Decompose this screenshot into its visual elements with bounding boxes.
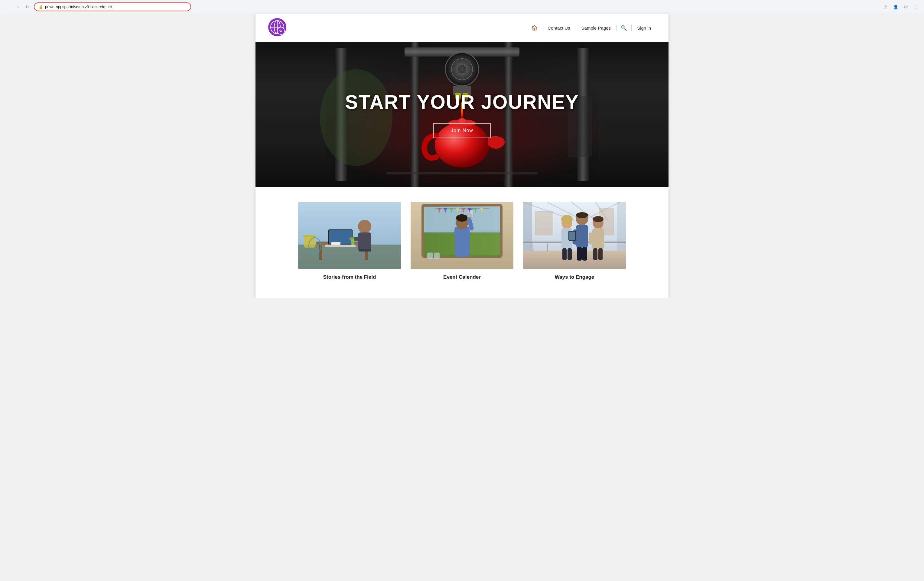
svg-rect-97 — [568, 248, 572, 260]
svg-rect-39 — [325, 244, 356, 247]
bookmark-button[interactable]: ☆ — [881, 3, 889, 11]
hero-content: START YOUR JOURNEY Join Now — [345, 91, 579, 138]
svg-rect-44 — [359, 249, 371, 251]
nav-signin[interactable]: Sign in — [632, 25, 657, 31]
nav-sample[interactable]: Sample Pages — [576, 25, 617, 31]
sample-pages-link[interactable]: Sample Pages — [576, 25, 617, 31]
svg-rect-38 — [329, 230, 351, 244]
svg-rect-29 — [386, 172, 538, 175]
signin-link[interactable]: Sign in — [632, 25, 657, 31]
site-header: 🏠 Contact Us Sample Pages 🔍 Sign in — [256, 14, 668, 42]
svg-rect-49 — [351, 237, 354, 239]
events-card-title: Event Calender — [411, 274, 513, 280]
browser-chrome: ← → ↻ 🔒 powerappsportalsetup.z01.azurefd… — [0, 0, 924, 14]
site-logo[interactable] — [267, 18, 287, 38]
svg-rect-48 — [351, 238, 354, 244]
svg-point-107 — [592, 216, 604, 222]
svg-rect-58 — [454, 226, 470, 257]
forward-button[interactable]: → — [13, 3, 22, 11]
nav-contact[interactable]: Contact Us — [542, 25, 575, 31]
events-card-image — [411, 202, 513, 269]
stories-card-title: Stories from the Field — [298, 274, 401, 280]
svg-rect-46 — [303, 235, 316, 237]
home-button[interactable]: 🏠 — [527, 25, 542, 31]
svg-point-60 — [456, 214, 468, 221]
hero-title: START YOUR JOURNEY — [345, 91, 579, 113]
svg-rect-111 — [589, 233, 594, 244]
events-card[interactable]: Event Calender — [411, 202, 513, 280]
cards-section: Stories from the Field — [256, 187, 668, 298]
svg-point-99 — [576, 212, 588, 218]
address-bar[interactable]: 🔒 powerappsportalsetup.z01.azurefd.net — [34, 2, 191, 11]
svg-rect-110 — [598, 248, 602, 260]
svg-point-40 — [358, 220, 371, 233]
svg-rect-87 — [535, 211, 553, 236]
site-nav: 🏠 Contact Us Sample Pages 🔍 Sign in — [527, 25, 657, 31]
browser-actions: ☆ 👤 ⚙ ⋮ — [881, 3, 921, 11]
svg-rect-103 — [569, 231, 575, 240]
svg-rect-105 — [582, 247, 587, 261]
svg-rect-104 — [577, 247, 582, 261]
engage-card-title: Ways to Engage — [523, 274, 626, 280]
svg-rect-109 — [593, 248, 597, 260]
nav-search[interactable]: 🔍 — [617, 25, 631, 31]
svg-rect-33 — [298, 244, 401, 269]
website: 🏠 Contact Us Sample Pages 🔍 Sign in — [256, 14, 668, 298]
url-text: powerappsportalsetup.z01.azurefd.net — [45, 5, 112, 9]
nav-home[interactable]: 🏠 — [527, 25, 542, 31]
reload-button[interactable]: ↻ — [23, 3, 31, 11]
search-button[interactable]: 🔍 — [617, 25, 631, 31]
engage-card[interactable]: Ways to Engage — [523, 202, 626, 280]
svg-rect-96 — [563, 248, 567, 260]
extension-button[interactable]: ⚙ — [902, 3, 910, 11]
svg-rect-41 — [358, 233, 371, 251]
menu-button[interactable]: ⋮ — [912, 3, 921, 11]
svg-rect-108 — [592, 228, 604, 249]
browser-nav-buttons: ← → ↻ — [3, 3, 31, 11]
contact-link[interactable]: Contact Us — [542, 25, 575, 31]
svg-rect-66 — [434, 253, 440, 259]
lock-icon: 🔒 — [39, 5, 43, 9]
join-now-button[interactable]: Join Now — [433, 123, 491, 138]
stories-card-image — [298, 202, 401, 269]
back-button[interactable]: ← — [3, 3, 12, 11]
profile-icon-button[interactable]: 👤 — [891, 3, 900, 11]
svg-rect-63 — [467, 209, 474, 217]
stories-card[interactable]: Stories from the Field — [298, 202, 401, 280]
svg-rect-65 — [427, 253, 433, 259]
svg-point-94 — [561, 215, 573, 223]
engage-card-image — [523, 202, 626, 269]
svg-rect-50 — [332, 242, 340, 245]
hero-section: START YOUR JOURNEY Join Now — [256, 42, 668, 187]
